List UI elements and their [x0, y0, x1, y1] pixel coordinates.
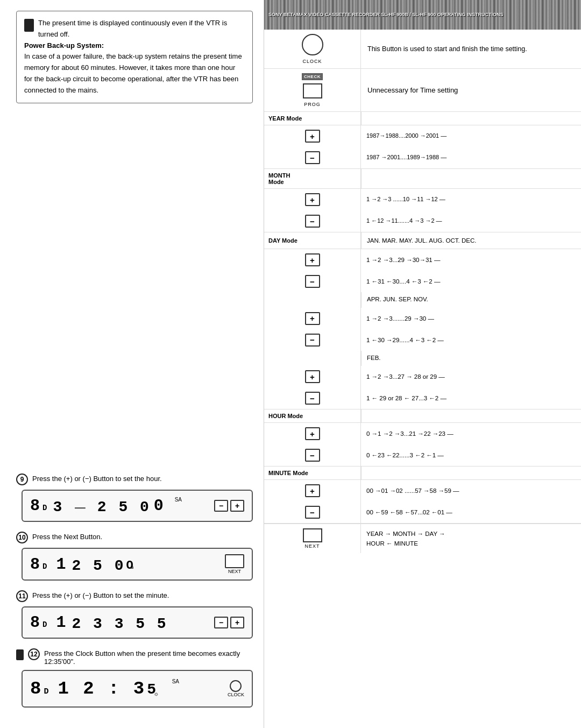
day-apr-plus-row: + 1 →2 →3.......29 →30 — [264, 308, 581, 329]
month-minus-btn[interactable]: − [305, 215, 320, 228]
minus-btn-11[interactable]: − [214, 617, 228, 628]
day-jan-minus-row: − 1 ←31 ←30....4 ←3 ←2 — [264, 271, 581, 292]
next-button-label: NEXT [304, 543, 320, 549]
digits-11: 8D 1 2 3 3 5 5 [30, 613, 214, 632]
bullet-icon [24, 19, 34, 32]
minute-plus-row: + 00 →01 →02 ......57 →58 →59 — [264, 480, 581, 501]
hour-plus-desc: 0 →1 →2 →3...21 →22 →23 — [361, 423, 581, 444]
clock-circle-12[interactable] [230, 680, 242, 692]
check-label: CHECK [302, 73, 323, 80]
sa-label-9: SA [175, 497, 182, 503]
day-feb-minus-btn[interactable]: − [305, 392, 320, 405]
prog-row: CHECK PROG Unnecessary for Time setting [264, 69, 581, 112]
step-12-number: 12 [28, 648, 40, 660]
top-bar-text: SONY BETAMAX VIDEO CASSETTE RECORDER SL-… [268, 12, 504, 18]
clock-btn-area: CLOCK [264, 30, 361, 68]
step-11-display: 8D 1 2 3 3 5 5 − + [22, 606, 253, 639]
next-desc-line1: YEAR → MONTH → DAY → [366, 529, 576, 539]
step-12: 12 Press the Clock Button when the prese… [16, 648, 253, 708]
step-12-text: Press the Clock Button when the present … [44, 648, 253, 666]
next-btn-col: NEXT [264, 524, 361, 553]
year-plus-btn[interactable]: + [305, 130, 320, 143]
day-apr-minus-col: − [264, 329, 361, 351]
year-mode-section: YEAR Mode + 1987→1988....2000 →2001 — − … [264, 112, 581, 169]
day-jan-plus-col: + [264, 249, 361, 271]
minute-mode-section: MINUTE Mode + 00 →01 →02 ......57 →58 →5… [264, 467, 581, 524]
day-feb-plus-row: + 1 →2 →3...27 → 28 or 29 — [264, 366, 581, 387]
step-9-number: 9 [16, 473, 28, 485]
day-jan-minus-btn[interactable]: − [305, 275, 320, 288]
month-minus-row: − 1 ←12 →11.......4 →3 →2 — [264, 210, 581, 232]
day-apr-plus-col: + [264, 308, 361, 329]
month-mode-header: MONTH Mode [264, 169, 581, 189]
next-button-right[interactable] [303, 528, 322, 542]
minus-plus-btns-11: − + [214, 617, 244, 628]
day-apr-plus-btn[interactable]: + [305, 312, 320, 325]
month-plus-btn[interactable]: + [305, 193, 320, 206]
minus-btn-9[interactable]: − [214, 500, 228, 512]
month-mode-label: MONTH Mode [264, 169, 361, 188]
day-apr-minus-btn[interactable]: − [305, 334, 320, 347]
step-11: 11 Press the (+) or (−) Button to set th… [16, 590, 253, 639]
hour-mode-label: HOUR Mode [264, 409, 361, 422]
year-minus-desc: 1987 →2001....1989→1988 — [361, 147, 581, 168]
minus-plus-btns-9: − + [214, 500, 244, 512]
year-minus-btn[interactable]: − [305, 151, 320, 164]
minute-mode-label: MINUTE Mode [264, 467, 361, 479]
prog-desc: Unnecessary for Time setting [361, 69, 581, 111]
day-apr-plus-desc: 1 →2 →3.......29 →30 — [361, 308, 581, 329]
next-label-10: NEXT [228, 569, 241, 574]
digits-9: 8D 3 ⸻ 2 5 0 0 [30, 497, 214, 515]
minute-plus-btn[interactable]: + [305, 484, 320, 497]
clock-button[interactable] [302, 34, 323, 55]
step-10-display: 8D 1 2 5 0 Os NEXT [22, 548, 253, 581]
day-apr-minus-desc: 1 ←30 →29......4 ←3 ←2 — [361, 329, 581, 351]
day-feb-label: FEB. [361, 351, 581, 366]
day-jan-minus-col: − [264, 271, 361, 292]
year-mode-label: YEAR Mode [264, 112, 361, 125]
step-11-number: 11 [16, 590, 28, 602]
digits-12: 8D 1 2 : 3 5☼ [30, 678, 222, 699]
minute-minus-col: − [264, 501, 361, 523]
hour-plus-col: + [264, 423, 361, 444]
clock-btn-label: CLOCK [302, 59, 322, 64]
minute-plus-desc: 00 →01 →02 ......57 →58 →59 — [361, 480, 581, 501]
year-minus-col: − [264, 147, 361, 168]
day-jan-plus-btn[interactable]: + [305, 253, 320, 266]
month-plus-col: + [264, 189, 361, 210]
plus-btn-9[interactable]: + [230, 500, 244, 512]
hour-minus-desc: 0 ←23 ←22......3 ←2 ←1 — [361, 444, 581, 466]
year-mode-header: YEAR Mode [264, 112, 581, 125]
day-feb-minus-col: − [264, 387, 361, 409]
clock-desc: This Button is used to start and finish … [361, 30, 581, 68]
year-plus-desc: 1987→1988....2000 →2001 — [361, 125, 581, 147]
hour-minus-btn[interactable]: − [305, 449, 320, 462]
prog-button[interactable] [303, 83, 322, 98]
day-feb-header-row: FEB. [264, 351, 581, 366]
next-btn-10[interactable] [225, 554, 244, 568]
hour-minus-col: − [264, 444, 361, 466]
minute-minus-btn[interactable]: − [305, 506, 320, 519]
top-bar: SONY BETAMAX VIDEO CASSETTE RECORDER SL-… [264, 0, 581, 30]
hour-minus-row: − 0 ←23 ←22......3 ←2 ←1 — [264, 444, 581, 466]
day-feb-plus-btn[interactable]: + [305, 370, 320, 383]
clock-label-12: CLOCK [228, 692, 244, 697]
day-feb-plus-desc: 1 →2 →3...27 → 28 or 29 — [361, 366, 581, 387]
minute-minus-row: − 00 ←59 ←58 ←57...02 ←01 — [264, 501, 581, 523]
plus-btn-11[interactable]: + [230, 617, 244, 628]
next-desc-line2: HOUR ← MINUTE [366, 539, 576, 548]
hour-plus-btn[interactable]: + [305, 427, 320, 440]
day-feb-plus-col: + [264, 366, 361, 387]
day-jan-plus-row: + 1 →2 →3...29 →30→31 — [264, 249, 581, 271]
month-minus-desc: 1 ←12 →11.......4 →3 →2 — [361, 210, 581, 232]
month-plus-row: + 1 →2 →3 ......10 →11 →12 — [264, 189, 581, 210]
info-title: Power Back-up System: [24, 41, 104, 50]
day-apr-label: APR. JUN. SEP. NOV. [361, 292, 581, 307]
month-plus-desc: 1 →2 →3 ......10 →11 →12 — [361, 189, 581, 210]
prog-btn-area: CHECK PROG [264, 69, 361, 111]
day-desc-jan: JAN. MAR. MAY. JUL. AUG. OCT. DEC. [361, 232, 581, 249]
info-box: The present time is displayed continuous… [16, 11, 253, 103]
left-panel: The present time is displayed continuous… [0, 0, 264, 728]
clock-row: CLOCK This Button is used to start and f… [264, 30, 581, 69]
day-mode-section: DAY Mode JAN. MAR. MAY. JUL. AUG. OCT. D… [264, 232, 581, 409]
